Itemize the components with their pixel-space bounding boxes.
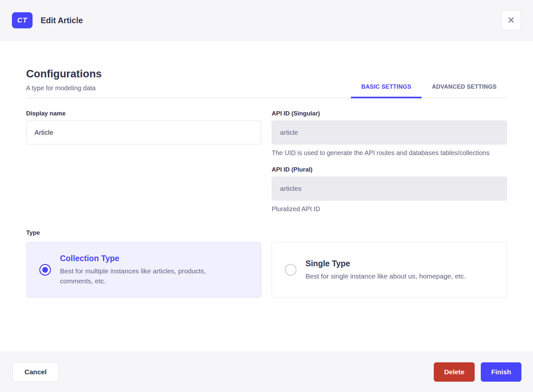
configuration-form: Display name API ID (Singular) The UID i… xyxy=(26,110,507,214)
collection-type-description: Best for multiple instances like article… xyxy=(60,266,236,286)
modal-footer: Cancel Delete Finish xyxy=(0,352,533,392)
type-label: Type xyxy=(26,229,507,236)
footer-action-buttons: Delete Finish xyxy=(434,362,521,382)
cancel-button[interactable]: Cancel xyxy=(12,362,59,382)
delete-button[interactable]: Delete xyxy=(434,362,475,382)
modal-body: Configurations A type for modeling data … xyxy=(0,41,533,352)
api-id-singular-field-group: API ID (Singular) The UID is used to gen… xyxy=(272,110,507,158)
api-id-plural-label: API ID (Plural) xyxy=(272,166,507,173)
configurations-intro: Configurations A type for modeling data xyxy=(26,67,102,98)
tab-basic-settings[interactable]: BASIC SETTINGS xyxy=(351,77,422,98)
collection-type-radio[interactable] xyxy=(39,264,51,276)
content-type-badge: CT xyxy=(12,12,33,28)
api-id-plural-hint: Pluralized API ID xyxy=(272,204,507,214)
display-name-input[interactable] xyxy=(26,121,261,144)
api-id-plural-field-group: API ID (Plural) Pluralized API ID xyxy=(272,166,507,214)
settings-tabs: BASIC SETTINGS ADVANCED SETTINGS xyxy=(351,77,507,98)
modal-title: Edit Article xyxy=(41,16,83,25)
collection-type-card[interactable]: Collection Type Best for multiple instan… xyxy=(26,242,261,298)
single-type-text: Single Type Best for single instance lik… xyxy=(305,259,466,281)
api-id-singular-label: API ID (Singular) xyxy=(272,110,507,117)
single-type-radio[interactable] xyxy=(285,264,296,276)
collection-type-title: Collection Type xyxy=(60,254,236,263)
page-subtitle: A type for modeling data xyxy=(26,83,102,93)
single-type-card[interactable]: Single Type Best for single instance lik… xyxy=(272,242,507,298)
page-title: Configurations xyxy=(26,67,102,80)
form-right-column: API ID (Singular) The UID is used to gen… xyxy=(272,110,507,214)
single-type-title: Single Type xyxy=(305,259,466,268)
api-id-plural-input xyxy=(272,177,507,201)
form-left-column: Display name xyxy=(26,110,261,214)
display-name-field-group: Display name xyxy=(26,110,261,144)
tab-advanced-settings[interactable]: ADVANCED SETTINGS xyxy=(422,77,507,98)
modal-header: CT Edit Article ✕ xyxy=(0,0,533,41)
api-id-singular-input xyxy=(272,121,507,144)
content-type-badge-label: CT xyxy=(17,16,27,24)
api-id-singular-hint: The UID is used to generate the API rout… xyxy=(272,148,507,158)
collection-type-text: Collection Type Best for multiple instan… xyxy=(60,254,236,286)
type-options: Collection Type Best for multiple instan… xyxy=(26,242,507,298)
display-name-label: Display name xyxy=(26,110,261,117)
finish-button[interactable]: Finish xyxy=(481,362,521,382)
configurations-header-row: Configurations A type for modeling data … xyxy=(26,41,507,98)
close-icon: ✕ xyxy=(508,16,515,25)
close-button[interactable]: ✕ xyxy=(501,10,521,30)
single-type-description: Best for single instance like about us, … xyxy=(305,271,466,281)
